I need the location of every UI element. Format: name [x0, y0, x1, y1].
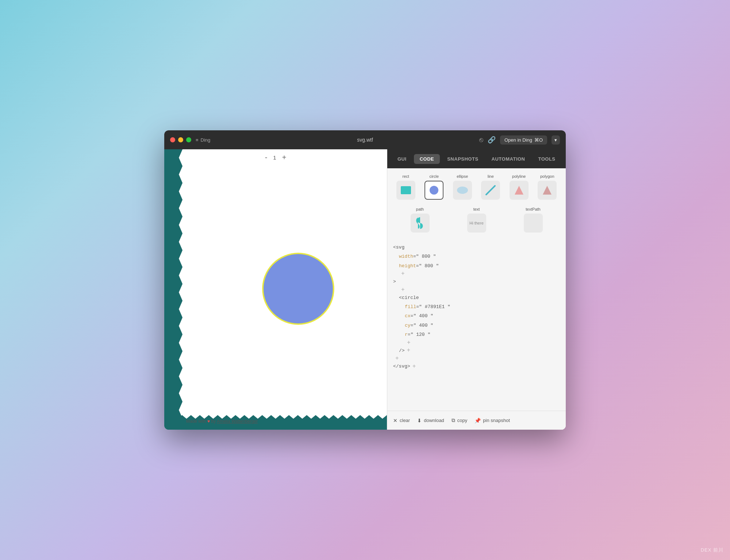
- titlebar-right: ⎋ 🔗 Open in Ding ⌘O ▾: [479, 135, 560, 145]
- tab-tools[interactable]: TOOLS: [533, 154, 561, 164]
- circle-icon: [429, 185, 439, 195]
- zoom-value: 1: [273, 154, 276, 161]
- wavy-border-left: [164, 149, 182, 430]
- svg-preview: [242, 232, 355, 345]
- dropdown-chevron-button[interactable]: ▾: [552, 135, 560, 145]
- shape-icon-box-textpath[interactable]: [524, 214, 543, 233]
- code-line-svg-close: </svg> +: [393, 362, 560, 371]
- tab-code[interactable]: CODE: [414, 154, 440, 164]
- polygon-icon: [541, 184, 553, 196]
- shape-item-rect[interactable]: rect: [393, 174, 419, 200]
- traffic-lights: [170, 137, 191, 142]
- shape-item-polyline[interactable]: polyline: [506, 174, 532, 200]
- code-circle-open-tag: <circle: [399, 294, 419, 302]
- shape-label-circle: circle: [429, 174, 439, 179]
- shape-label-text: text: [473, 207, 480, 211]
- shape-item-text[interactable]: text Hi there: [450, 207, 503, 233]
- shape-icon-box-polygon[interactable]: [538, 181, 557, 200]
- code-attr-cy: cy: [405, 321, 411, 330]
- window-title: svg.wtf: [357, 137, 373, 143]
- code-svg-close-tag: </svg>: [393, 362, 410, 371]
- code-line-plus-attrs[interactable]: +: [393, 271, 560, 277]
- code-line-height: height = " 800 ": [393, 261, 560, 271]
- ellipse-icon: [456, 186, 469, 195]
- shape-item-path[interactable]: path: [393, 207, 447, 233]
- shape-item-line[interactable]: line: [478, 174, 504, 200]
- shape-label-textpath: textPath: [526, 207, 540, 211]
- text-preview: Hi there: [469, 221, 484, 225]
- code-line-circle-open: <circle: [393, 293, 560, 302]
- code-line-plus-after[interactable]: +: [393, 355, 560, 362]
- add-child-icon[interactable]: +: [401, 287, 405, 293]
- tabs-bar: GUI CODE SNAPSHOTS AUTOMATION TOOLS: [387, 149, 566, 168]
- titlebar: ≡ Ding svg.wtf ⎋ 🔗 Open in Ding ⌘O ▾: [164, 130, 566, 149]
- code-block: <svg width = " 800 " height = " 800 " +: [393, 240, 560, 374]
- zoom-in-button[interactable]: +: [282, 154, 287, 161]
- tab-snapshots[interactable]: SNAPSHOTS: [441, 154, 484, 164]
- code-eq-height: =: [416, 262, 419, 270]
- copy-icon: ⧉: [452, 417, 455, 423]
- link-icon[interactable]: 🔗: [488, 136, 496, 144]
- add-after-svg-icon[interactable]: +: [412, 364, 416, 369]
- add-after-icon[interactable]: +: [395, 356, 399, 361]
- maximize-button[interactable]: [186, 137, 191, 142]
- code-attr-fill: fill: [405, 303, 416, 311]
- heart-icon: ♥: [207, 419, 210, 424]
- code-line-plus-circle-attrs[interactable]: +: [393, 340, 560, 346]
- code-line-fill: fill = " #7891E1 ": [393, 302, 560, 311]
- share-icon[interactable]: ⎋: [479, 136, 483, 144]
- shape-icon-box-line[interactable]: [481, 181, 500, 200]
- tab-gui[interactable]: GUI: [392, 154, 412, 164]
- shape-icon-box-text[interactable]: Hi there: [467, 214, 486, 233]
- shape-icon-box-rect[interactable]: [396, 181, 415, 200]
- code-attr-width: width: [399, 252, 413, 261]
- shape-label-line: line: [488, 174, 494, 179]
- svg-marker-5: [515, 186, 523, 195]
- shape-item-circle[interactable]: circle: [422, 174, 447, 200]
- panel-content: rect circle ellipse: [387, 168, 566, 411]
- path-icon: [415, 216, 425, 230]
- shape-item-textpath[interactable]: textPath: [506, 207, 560, 233]
- copy-button[interactable]: ⧉ copy: [452, 417, 467, 423]
- tab-automation[interactable]: AUTOMATION: [486, 154, 531, 164]
- clear-button[interactable]: ✕ clear: [393, 418, 410, 423]
- add-circle-attr-icon[interactable]: +: [407, 340, 411, 346]
- code-self-close-tag: />: [399, 346, 405, 355]
- add-attr-icon[interactable]: +: [401, 271, 405, 277]
- rect-icon: [401, 186, 411, 194]
- app-icon: ≡: [196, 137, 199, 143]
- close-button[interactable]: [170, 137, 175, 142]
- add-after-circle-icon[interactable]: +: [407, 348, 411, 353]
- code-val-height: " 800 ": [419, 262, 439, 270]
- download-button[interactable]: ⬇ download: [417, 418, 444, 423]
- shape-icon-box-circle[interactable]: [424, 181, 443, 200]
- code-line-cx: cx = " 400 ": [393, 311, 560, 321]
- shape-icon-box-path[interactable]: [411, 214, 430, 233]
- shape-label-rect: rect: [403, 174, 409, 179]
- minimize-button[interactable]: [178, 137, 183, 142]
- code-line-plus-child[interactable]: +: [393, 287, 560, 293]
- code-val-fill: " #7891E1 ": [419, 303, 450, 311]
- svg-canvas[interactable]: [242, 232, 355, 347]
- code-line-svg-gt: >: [393, 277, 560, 286]
- content-area: - 1 + Made with ♥ by Amelia Wattenberger: [164, 149, 566, 430]
- open-in-ding-button[interactable]: Open in Ding ⌘O: [500, 135, 547, 145]
- code-eq-fill: =: [416, 303, 419, 311]
- zoom-out-button[interactable]: -: [265, 154, 268, 161]
- pin-icon: 📌: [474, 418, 481, 423]
- author-link[interactable]: Amelia Wattenberger: [217, 419, 258, 424]
- svg-rect-1: [401, 186, 411, 194]
- code-line-width: width = " 800 ": [393, 252, 560, 261]
- shape-icon-box-ellipse[interactable]: [453, 181, 472, 200]
- shape-item-ellipse[interactable]: ellipse: [450, 174, 475, 200]
- app-window: ≡ Ding svg.wtf ⎋ 🔗 Open in Ding ⌘O ▾ -: [164, 130, 566, 430]
- polyline-icon: [513, 184, 525, 196]
- shape-icon-box-polyline[interactable]: [510, 181, 529, 200]
- svg-point-3: [457, 187, 468, 194]
- code-svg-gt: >: [393, 277, 396, 286]
- shape-item-polygon[interactable]: polygon: [535, 174, 560, 200]
- pin-snapshot-button[interactable]: 📌 pin snapshot: [474, 418, 510, 423]
- x-icon: ✕: [393, 418, 397, 423]
- code-eq-r: =: [408, 330, 411, 339]
- download-icon: ⬇: [417, 418, 422, 423]
